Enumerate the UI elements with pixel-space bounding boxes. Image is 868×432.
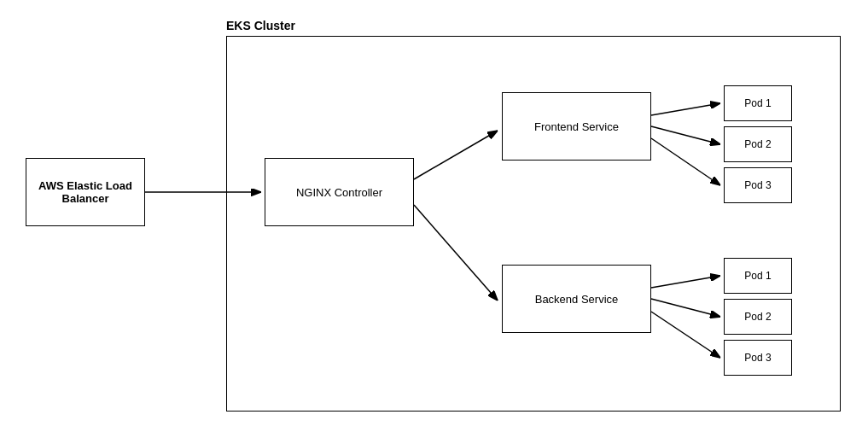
nginx-controller-box: NGINX Controller (265, 158, 414, 226)
backend-service-box: Backend Service (502, 265, 651, 333)
elb-box: AWS Elastic Load Balancer (26, 158, 145, 226)
eks-cluster-label: EKS Cluster (226, 19, 295, 32)
frontend-pod-3: Pod 3 (724, 167, 792, 203)
diagram-container: EKS Cluster AWS Elastic Load Balancer NG… (0, 0, 868, 432)
backend-pod-3: Pod 3 (724, 340, 792, 376)
frontend-pod-1: Pod 1 (724, 85, 792, 121)
frontend-service-box: Frontend Service (502, 92, 651, 161)
frontend-pod-2: Pod 2 (724, 126, 792, 162)
backend-pod-2: Pod 2 (724, 299, 792, 335)
backend-pod-1: Pod 1 (724, 258, 792, 294)
